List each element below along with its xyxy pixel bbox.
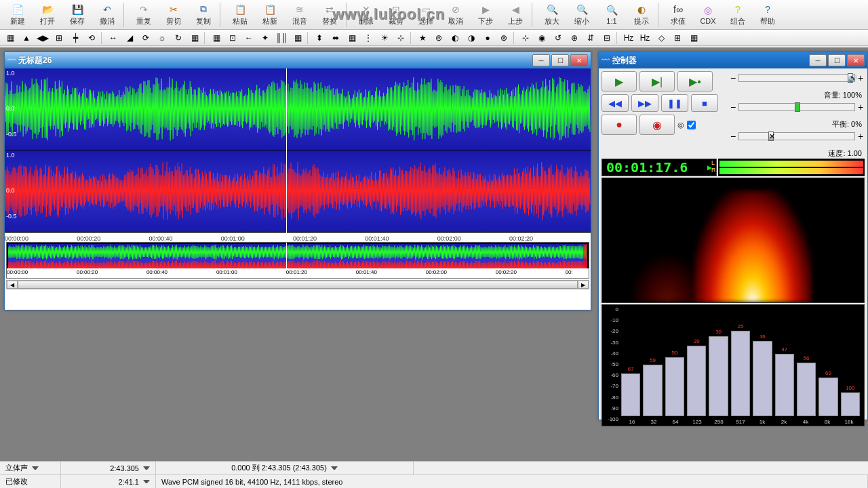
balance-slider[interactable]: [738, 103, 855, 111]
mini-tool-17[interactable]: ▦: [290, 31, 305, 45]
tool-取消[interactable]: ⊘取消: [441, 1, 471, 28]
bal-left-button[interactable]: −: [729, 102, 737, 113]
mini-tool-23[interactable]: ⊹: [393, 31, 408, 45]
rewind-button[interactable]: ◀◀: [601, 94, 629, 112]
mini-tool-21[interactable]: ⋮: [361, 31, 376, 45]
balance-thumb[interactable]: [795, 102, 800, 112]
overview-playhead[interactable]: [286, 243, 287, 268]
mini-tool-24[interactable]: ★: [415, 31, 430, 45]
tool-上步[interactable]: ◀上步: [500, 1, 530, 28]
mini-tool-31[interactable]: ◉: [534, 31, 549, 45]
selection-dropdown[interactable]: 0.000 到 2:43.305 (2:43.305): [156, 462, 414, 474]
tool-删除[interactable]: ✕删除: [351, 1, 381, 28]
mini-tool-36[interactable]: Hz: [621, 31, 636, 45]
close-button[interactable]: ✕: [847, 54, 865, 66]
mini-tool-37[interactable]: Hz: [637, 31, 652, 45]
tool-重复[interactable]: ↷重复: [129, 1, 159, 28]
volume-slider[interactable]: 🔊: [738, 74, 855, 82]
record-button[interactable]: ●: [601, 115, 637, 135]
mini-tool-14[interactable]: ←: [241, 31, 256, 45]
channel-right[interactable]: 1.0 0.0 -0.5: [5, 150, 591, 232]
stop-button[interactable]: ■: [691, 94, 718, 112]
forward-button[interactable]: ▶▶: [631, 94, 658, 112]
mini-tool-0[interactable]: ▦: [3, 31, 18, 45]
tool-裁剪[interactable]: ⊡裁剪: [381, 1, 411, 28]
play-button[interactable]: ▶: [601, 71, 637, 92]
mini-tool-5[interactable]: ⟲: [84, 31, 99, 45]
position-dropdown[interactable]: 2:41.1: [61, 475, 156, 488]
tool-粘新[interactable]: 📋粘新: [255, 1, 285, 28]
mini-tool-13[interactable]: ⊡: [225, 31, 240, 45]
tool-选择[interactable]: ▭选择: [411, 1, 441, 28]
play-selection-button[interactable]: ▶|: [639, 71, 675, 92]
controller-titlebar[interactable]: 〰 控制器 ─ ☐ ✕: [599, 52, 867, 68]
mini-tool-33[interactable]: ⊕: [567, 31, 582, 45]
mini-tool-19[interactable]: ⬌: [328, 31, 343, 45]
mini-tool-20[interactable]: ▦: [344, 31, 359, 45]
mini-tool-34[interactable]: ⇵: [583, 31, 598, 45]
overview-selection-end[interactable]: [583, 244, 587, 267]
mini-tool-16[interactable]: ║║: [274, 31, 289, 45]
mini-tool-4[interactable]: ┿: [68, 31, 83, 45]
mini-tool-11[interactable]: ▦: [187, 31, 202, 45]
bal-right-button[interactable]: +: [856, 102, 865, 113]
overview[interactable]: 00:00:0000:00:2000:00:4000:01:0000:01:20…: [6, 242, 589, 279]
speed-thumb[interactable]: ✕: [768, 131, 774, 141]
maximize-button[interactable]: ☐: [828, 54, 846, 66]
minimize-button[interactable]: ─: [532, 54, 550, 66]
mini-tool-15[interactable]: ✦: [258, 31, 273, 45]
loop-checkbox[interactable]: [687, 121, 696, 129]
tool-保存[interactable]: 💾保存: [62, 1, 92, 28]
scroll-thumb[interactable]: [18, 281, 578, 289]
vol-down-button[interactable]: −: [729, 73, 737, 83]
editor-titlebar[interactable]: 〰 无标题26 ─ ☐ ✕: [5, 52, 591, 68]
mini-tool-26[interactable]: ◐: [448, 31, 462, 45]
mini-tool-22[interactable]: ☀: [377, 31, 392, 45]
channel-left[interactable]: 1.0 0.0 -0.5: [5, 68, 591, 150]
scroll-right-button[interactable]: ▶: [578, 281, 589, 289]
speed-down-button[interactable]: −: [729, 131, 737, 142]
mini-tool-32[interactable]: ↺: [551, 31, 566, 45]
tool-剪切[interactable]: ✂剪切: [159, 1, 189, 28]
tool-撤消[interactable]: ↶撤消: [92, 1, 122, 28]
mini-tool-28[interactable]: ●: [480, 31, 495, 45]
mini-tool-35[interactable]: ⊟: [599, 31, 614, 45]
scroll-left-button[interactable]: ◀: [7, 281, 18, 289]
mini-tool-1[interactable]: ▲: [19, 31, 34, 45]
loop-icon[interactable]: ◎: [677, 121, 684, 129]
tool-CDX[interactable]: ◎CDX: [693, 1, 723, 28]
mini-tool-9[interactable]: ☼: [155, 31, 170, 45]
tool-帮助[interactable]: ?帮助: [753, 1, 783, 28]
mini-tool-30[interactable]: ⊹: [518, 31, 533, 45]
mini-tool-29[interactable]: ⊛: [496, 31, 511, 45]
tool-新建[interactable]: 📄新建: [3, 1, 33, 28]
duration-dropdown[interactable]: 2:43.305: [61, 462, 156, 474]
maximize-button[interactable]: ☐: [551, 54, 569, 66]
mini-tool-12[interactable]: ▦: [209, 31, 224, 45]
mini-tool-3[interactable]: ⊞: [52, 31, 66, 45]
play-loop-button[interactable]: ▶•: [677, 71, 713, 92]
mini-tool-38[interactable]: ◇: [654, 31, 669, 45]
tool-组合[interactable]: ?组合: [723, 1, 753, 28]
tool-求值[interactable]: f∞求值: [663, 1, 693, 28]
waveform-area[interactable]: 1.0 0.0 -0.5 1.0 0.0 -0.5 00:00:0000:00:…: [5, 68, 591, 241]
playhead[interactable]: [286, 68, 287, 241]
tool-混音[interactable]: ≋混音: [285, 1, 315, 28]
tool-复制[interactable]: ⧉复制: [189, 1, 218, 28]
close-button[interactable]: ✕: [570, 54, 588, 66]
volume-thumb[interactable]: 🔊: [848, 73, 853, 83]
tool-下步[interactable]: ▶下步: [471, 1, 500, 28]
tool-替换[interactable]: ⇄替换: [315, 1, 344, 28]
mini-tool-39[interactable]: ⊞: [670, 31, 685, 45]
minimize-button[interactable]: ─: [809, 54, 827, 66]
mini-tool-27[interactable]: ◑: [464, 31, 479, 45]
record-new-button[interactable]: ◉: [639, 115, 675, 135]
channels-dropdown[interactable]: 立体声: [0, 462, 61, 474]
mini-tool-2[interactable]: ◀▶: [35, 31, 50, 45]
h-scrollbar[interactable]: ◀ ▶: [6, 280, 589, 289]
tool-放大[interactable]: 🔍放大: [537, 1, 567, 28]
tool-提示[interactable]: ◐提示: [627, 1, 656, 28]
mini-tool-6[interactable]: ↔: [106, 31, 121, 45]
speed-up-button[interactable]: +: [856, 131, 865, 142]
tool-打开[interactable]: 📂打开: [33, 1, 62, 28]
